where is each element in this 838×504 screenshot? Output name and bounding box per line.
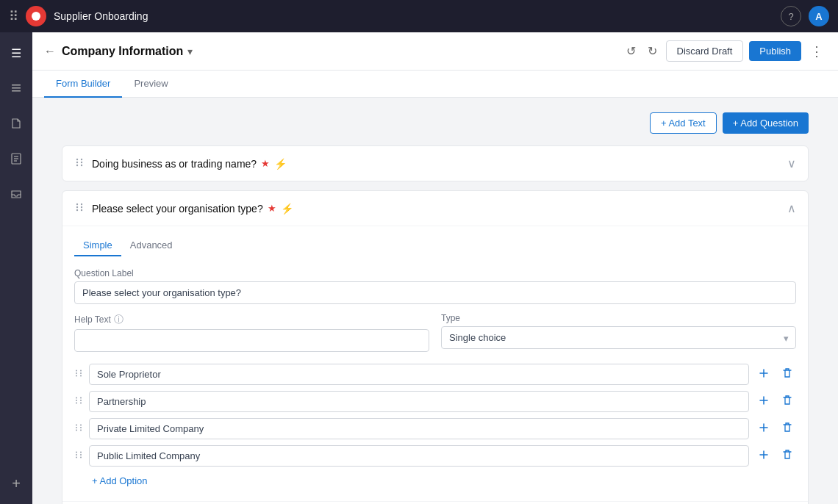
svg-point-31 <box>76 425 77 426</box>
add-question-button[interactable]: + Add Question <box>723 112 809 134</box>
undo-button[interactable]: ↺ <box>623 41 639 61</box>
sidebar-icon-file[interactable] <box>4 147 28 170</box>
sidebar-icon-list[interactable] <box>4 76 28 100</box>
add-text-button[interactable]: + Add Text <box>650 112 717 134</box>
option-row-1 <box>74 364 796 385</box>
header-actions: ↺ ↻ Discard Draft Publish ⋮ <box>623 40 827 62</box>
svg-point-15 <box>76 206 78 208</box>
option-delete-2[interactable] <box>778 393 796 410</box>
back-button[interactable]: ← <box>44 45 56 58</box>
inner-tab-simple[interactable]: Simple <box>74 235 121 256</box>
option-input-3[interactable] <box>89 418 749 439</box>
option-row-4 <box>74 445 796 467</box>
sidebar-add-icon[interactable]: + <box>4 472 28 495</box>
svg-point-33 <box>76 427 77 428</box>
question-label-field: Question Label <box>74 268 796 304</box>
publish-button[interactable]: Publish <box>749 41 801 61</box>
option-delete-4[interactable] <box>778 447 796 464</box>
collapse-toggle-1[interactable]: ∨ <box>787 156 796 170</box>
svg-point-28 <box>80 400 82 401</box>
sidebar-icon-inbox[interactable] <box>4 182 28 206</box>
grid-icon[interactable]: ⠿ <box>9 8 18 24</box>
help-text-input[interactable] <box>74 329 429 352</box>
option-delete-3[interactable] <box>778 420 796 437</box>
condition-icon-2: ⚡ <box>281 203 293 215</box>
sidebar-icon-menu[interactable]: ☰ <box>4 41 28 65</box>
svg-point-18 <box>81 209 82 211</box>
option-input-1[interactable] <box>89 364 749 385</box>
svg-point-26 <box>80 397 82 399</box>
avatar[interactable]: A <box>809 6 829 26</box>
main-layout: ☰ <box>0 32 838 504</box>
app-title: Supplier Onboarding <box>54 10 148 22</box>
type-label: Type <box>441 313 796 323</box>
page-title: Company Information <box>62 45 183 58</box>
option-delete-1[interactable] <box>778 366 796 383</box>
svg-point-23 <box>76 375 77 377</box>
header-more-button[interactable]: ⋮ <box>807 40 826 62</box>
svg-point-12 <box>81 165 82 166</box>
option-drag-2 <box>74 396 83 407</box>
required-star-1: ★ <box>261 158 270 169</box>
svg-point-7 <box>76 159 78 160</box>
help-info-icon: ⓘ <box>114 313 123 326</box>
discard-draft-button[interactable]: Discard Draft <box>666 40 744 62</box>
svg-point-37 <box>76 452 77 453</box>
svg-point-17 <box>76 209 78 211</box>
option-expand-2[interactable] <box>755 393 773 411</box>
help-icon[interactable]: ? <box>781 6 801 26</box>
svg-point-25 <box>76 397 77 399</box>
sidebar-icon-doc[interactable] <box>4 112 28 135</box>
question-footer: Numbered Required Field Critical Questio… <box>62 501 808 504</box>
option-input-2[interactable] <box>89 391 749 412</box>
svg-point-30 <box>80 403 82 404</box>
option-expand-1[interactable] <box>755 366 773 384</box>
header-bar: ← Company Information ▾ ↺ ↻ Discard Draf… <box>32 32 838 71</box>
option-input-4[interactable] <box>89 445 749 467</box>
option-expand-3[interactable] <box>755 420 773 438</box>
option-drag-4 <box>74 450 83 461</box>
svg-point-29 <box>76 403 77 404</box>
inner-tabs: Simple Advanced <box>74 235 796 256</box>
svg-point-34 <box>80 427 82 428</box>
inner-tab-advanced[interactable]: Advanced <box>121 235 182 256</box>
svg-rect-0 <box>12 84 21 86</box>
svg-point-35 <box>76 430 77 431</box>
svg-point-27 <box>76 400 77 401</box>
svg-point-10 <box>81 162 82 163</box>
collapse-toggle-2[interactable]: ∧ <box>787 201 796 215</box>
left-sidebar: ☰ <box>0 32 32 504</box>
tab-form-builder[interactable]: Form Builder <box>44 71 122 98</box>
svg-point-9 <box>76 162 78 163</box>
add-option-button[interactable]: + Add Option <box>92 472 148 489</box>
svg-point-8 <box>81 159 82 160</box>
svg-point-36 <box>80 430 82 431</box>
option-drag-3 <box>74 423 83 434</box>
svg-point-11 <box>76 165 78 166</box>
option-row-2 <box>74 391 796 412</box>
svg-point-16 <box>81 206 82 208</box>
svg-point-39 <box>76 454 77 456</box>
question-label-input[interactable] <box>74 281 796 304</box>
title-dropdown-icon[interactable]: ▾ <box>187 46 193 57</box>
question-header-1[interactable]: Doing business as or trading name? ★ ⚡ ∨ <box>62 146 808 181</box>
required-star-2: ★ <box>268 203 276 214</box>
type-select[interactable]: Single choice Multiple choice Dropdown <box>441 326 796 349</box>
svg-point-14 <box>81 204 82 205</box>
help-text-field: Help Text ⓘ <box>74 313 429 352</box>
form-toolbar: + Add Text + Add Question <box>62 112 809 134</box>
options-list <box>74 364 796 467</box>
redo-button[interactable]: ↻ <box>645 41 660 61</box>
svg-rect-1 <box>12 87 21 89</box>
svg-point-41 <box>76 457 77 458</box>
tabs-bar: Form Builder Preview <box>32 71 838 98</box>
svg-point-40 <box>80 454 82 456</box>
tab-preview[interactable]: Preview <box>122 71 179 98</box>
question-label-label: Question Label <box>74 268 796 278</box>
question-card-2: Please select your organisation type? ★ … <box>62 190 809 504</box>
drag-handle-1 <box>74 157 85 170</box>
question-header-2[interactable]: Please select your organisation type? ★ … <box>62 191 808 226</box>
content-area: ← Company Information ▾ ↺ ↻ Discard Draf… <box>32 32 838 504</box>
option-expand-4[interactable] <box>755 447 773 465</box>
svg-point-38 <box>80 452 82 453</box>
